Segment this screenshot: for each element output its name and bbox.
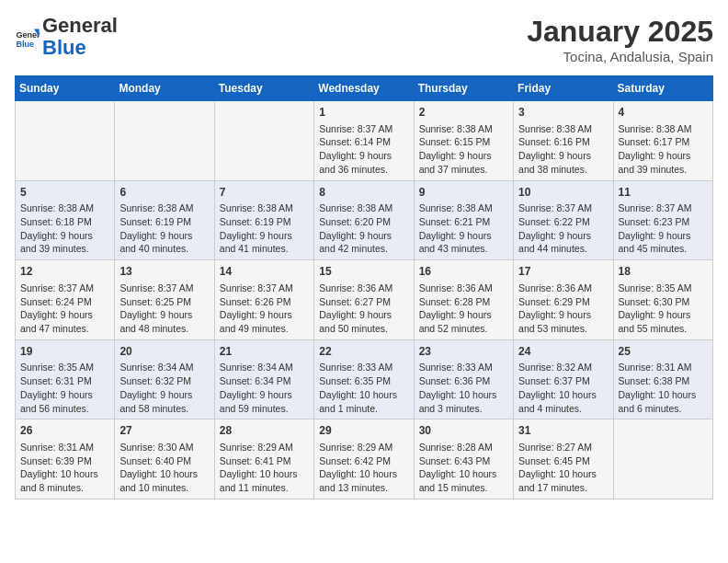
page-header: General Blue General Blue January 2025 T… [15, 15, 713, 64]
calendar-day-cell [115, 101, 214, 181]
calendar-day-cell: 14Sunrise: 8:37 AM Sunset: 6:26 PM Dayli… [214, 260, 313, 340]
day-info: Sunrise: 8:31 AM Sunset: 6:38 PM Dayligh… [619, 361, 708, 415]
day-number: 19 [20, 344, 109, 360]
day-info: Sunrise: 8:37 AM Sunset: 6:26 PM Dayligh… [220, 282, 309, 336]
calendar-day-cell: 18Sunrise: 8:35 AM Sunset: 6:30 PM Dayli… [613, 260, 712, 340]
calendar-day-cell: 30Sunrise: 8:28 AM Sunset: 6:43 PM Dayli… [414, 419, 513, 500]
calendar-day-cell: 22Sunrise: 8:33 AM Sunset: 6:35 PM Dayli… [314, 339, 414, 419]
day-number: 21 [220, 344, 309, 360]
day-info: Sunrise: 8:38 AM Sunset: 6:17 PM Dayligh… [619, 122, 708, 177]
calendar-day-cell: 29Sunrise: 8:29 AM Sunset: 6:42 PM Dayli… [314, 419, 414, 500]
calendar-week-row: 5Sunrise: 8:38 AM Sunset: 6:18 PM Daylig… [16, 180, 713, 260]
calendar-day-cell: 16Sunrise: 8:36 AM Sunset: 6:28 PM Dayli… [414, 260, 513, 340]
calendar-day-cell: 11Sunrise: 8:37 AM Sunset: 6:23 PM Dayli… [613, 180, 712, 260]
day-info: Sunrise: 8:29 AM Sunset: 6:42 PM Dayligh… [319, 441, 408, 495]
day-info: Sunrise: 8:34 AM Sunset: 6:34 PM Dayligh… [220, 361, 309, 415]
day-of-week-header: Sunday [16, 76, 115, 101]
day-number: 12 [20, 264, 109, 280]
calendar-day-cell: 6Sunrise: 8:38 AM Sunset: 6:19 PM Daylig… [115, 180, 214, 260]
calendar-day-cell: 4Sunrise: 8:38 AM Sunset: 6:17 PM Daylig… [613, 101, 712, 181]
title-block: January 2025 Tocina, Andalusia, Spain [527, 15, 713, 64]
day-number: 2 [419, 105, 508, 121]
calendar-day-cell: 25Sunrise: 8:31 AM Sunset: 6:38 PM Dayli… [613, 339, 712, 419]
day-info: Sunrise: 8:33 AM Sunset: 6:36 PM Dayligh… [419, 361, 508, 415]
day-info: Sunrise: 8:37 AM Sunset: 6:24 PM Dayligh… [20, 282, 109, 336]
day-number: 14 [220, 264, 309, 280]
calendar-title: January 2025 [527, 15, 713, 49]
day-number: 23 [419, 344, 508, 360]
day-number: 29 [319, 423, 408, 439]
day-info: Sunrise: 8:37 AM Sunset: 6:25 PM Dayligh… [119, 282, 209, 336]
calendar-day-cell: 9Sunrise: 8:38 AM Sunset: 6:21 PM Daylig… [414, 180, 513, 260]
day-number: 6 [119, 185, 209, 201]
day-info: Sunrise: 8:30 AM Sunset: 6:40 PM Dayligh… [119, 441, 209, 495]
calendar-header: SundayMondayTuesdayWednesdayThursdayFrid… [16, 76, 713, 101]
calendar-week-row: 26Sunrise: 8:31 AM Sunset: 6:39 PM Dayli… [16, 419, 713, 500]
day-info: Sunrise: 8:31 AM Sunset: 6:39 PM Dayligh… [20, 441, 109, 495]
calendar-day-cell: 20Sunrise: 8:34 AM Sunset: 6:32 PM Dayli… [115, 339, 214, 419]
day-info: Sunrise: 8:35 AM Sunset: 6:30 PM Dayligh… [619, 282, 708, 336]
logo: General Blue General Blue [15, 15, 118, 59]
day-info: Sunrise: 8:38 AM Sunset: 6:18 PM Dayligh… [20, 201, 109, 256]
calendar-day-cell: 13Sunrise: 8:37 AM Sunset: 6:25 PM Dayli… [115, 260, 214, 340]
day-info: Sunrise: 8:28 AM Sunset: 6:43 PM Dayligh… [419, 441, 508, 495]
day-info: Sunrise: 8:37 AM Sunset: 6:23 PM Dayligh… [619, 201, 708, 256]
calendar-week-row: 1Sunrise: 8:37 AM Sunset: 6:14 PM Daylig… [16, 101, 713, 181]
day-number: 7 [220, 185, 309, 201]
day-info: Sunrise: 8:38 AM Sunset: 6:19 PM Dayligh… [220, 201, 309, 256]
calendar-day-cell: 23Sunrise: 8:33 AM Sunset: 6:36 PM Dayli… [414, 339, 513, 419]
calendar-day-cell: 17Sunrise: 8:36 AM Sunset: 6:29 PM Dayli… [514, 260, 613, 340]
day-number: 4 [619, 105, 708, 121]
day-number: 22 [319, 344, 408, 360]
calendar-body: 1Sunrise: 8:37 AM Sunset: 6:14 PM Daylig… [16, 101, 713, 500]
day-number: 26 [20, 423, 109, 439]
calendar-day-cell: 15Sunrise: 8:36 AM Sunset: 6:27 PM Dayli… [314, 260, 414, 340]
calendar-day-cell: 21Sunrise: 8:34 AM Sunset: 6:34 PM Dayli… [214, 339, 313, 419]
day-info: Sunrise: 8:34 AM Sunset: 6:32 PM Dayligh… [119, 361, 209, 415]
day-info: Sunrise: 8:38 AM Sunset: 6:21 PM Dayligh… [419, 201, 508, 256]
day-of-week-header: Thursday [414, 76, 513, 101]
day-info: Sunrise: 8:35 AM Sunset: 6:31 PM Dayligh… [20, 361, 109, 415]
day-of-week-header: Tuesday [214, 76, 313, 101]
calendar-week-row: 12Sunrise: 8:37 AM Sunset: 6:24 PM Dayli… [16, 260, 713, 340]
day-number: 3 [518, 105, 608, 121]
calendar-day-cell: 19Sunrise: 8:35 AM Sunset: 6:31 PM Dayli… [16, 339, 115, 419]
day-number: 16 [419, 264, 508, 280]
calendar-day-cell: 12Sunrise: 8:37 AM Sunset: 6:24 PM Dayli… [16, 260, 115, 340]
day-number: 15 [319, 264, 408, 280]
day-number: 20 [119, 344, 209, 360]
day-number: 8 [319, 185, 408, 201]
day-info: Sunrise: 8:27 AM Sunset: 6:45 PM Dayligh… [518, 441, 608, 495]
calendar-day-cell: 10Sunrise: 8:37 AM Sunset: 6:22 PM Dayli… [514, 180, 613, 260]
calendar-day-cell: 26Sunrise: 8:31 AM Sunset: 6:39 PM Dayli… [16, 419, 115, 500]
day-number: 18 [619, 264, 708, 280]
calendar-day-cell: 28Sunrise: 8:29 AM Sunset: 6:41 PM Dayli… [214, 419, 313, 500]
day-number: 24 [518, 344, 608, 360]
day-info: Sunrise: 8:29 AM Sunset: 6:41 PM Dayligh… [220, 441, 309, 495]
day-number: 13 [119, 264, 209, 280]
day-number: 11 [619, 185, 708, 201]
calendar-day-cell: 8Sunrise: 8:38 AM Sunset: 6:20 PM Daylig… [314, 180, 414, 260]
day-info: Sunrise: 8:38 AM Sunset: 6:16 PM Dayligh… [518, 122, 608, 177]
calendar-day-cell: 1Sunrise: 8:37 AM Sunset: 6:14 PM Daylig… [314, 101, 414, 181]
day-number: 17 [518, 264, 608, 280]
calendar-week-row: 19Sunrise: 8:35 AM Sunset: 6:31 PM Dayli… [16, 339, 713, 419]
day-info: Sunrise: 8:36 AM Sunset: 6:27 PM Dayligh… [319, 282, 408, 336]
calendar-day-cell: 3Sunrise: 8:38 AM Sunset: 6:16 PM Daylig… [514, 101, 613, 181]
calendar-day-cell: 5Sunrise: 8:38 AM Sunset: 6:18 PM Daylig… [16, 180, 115, 260]
day-info: Sunrise: 8:38 AM Sunset: 6:19 PM Dayligh… [119, 201, 209, 256]
calendar-day-cell [613, 419, 712, 500]
day-info: Sunrise: 8:36 AM Sunset: 6:29 PM Dayligh… [518, 282, 608, 336]
day-info: Sunrise: 8:32 AM Sunset: 6:37 PM Dayligh… [518, 361, 608, 415]
logo-icon: General Blue [15, 24, 40, 50]
calendar-subtitle: Tocina, Andalusia, Spain [527, 49, 713, 64]
calendar-table: SundayMondayTuesdayWednesdayThursdayFrid… [15, 75, 713, 500]
logo-general-text: General [42, 14, 118, 37]
day-number: 9 [419, 185, 508, 201]
day-number: 10 [518, 185, 608, 201]
svg-text:Blue: Blue [16, 40, 34, 49]
day-number: 28 [220, 423, 309, 439]
day-number: 27 [119, 423, 209, 439]
day-info: Sunrise: 8:33 AM Sunset: 6:35 PM Dayligh… [319, 361, 408, 415]
day-info: Sunrise: 8:38 AM Sunset: 6:20 PM Dayligh… [319, 201, 408, 256]
